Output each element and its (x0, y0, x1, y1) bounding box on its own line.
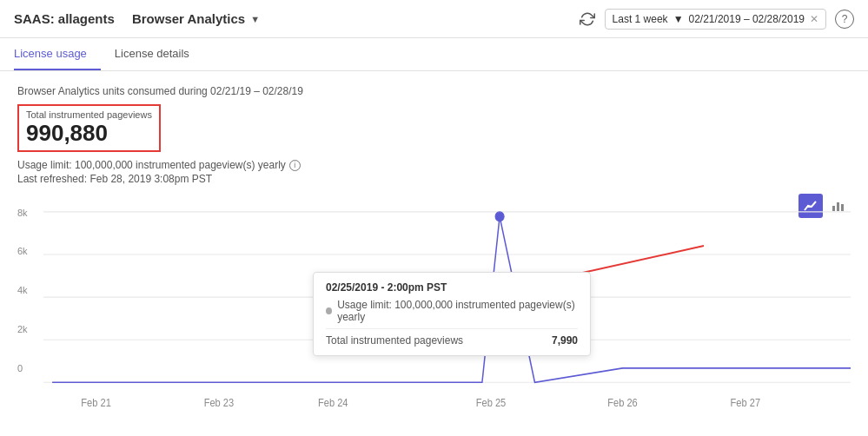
info-icon[interactable]: i (289, 160, 301, 171)
browser-analytics-title[interactable]: Browser Analytics (132, 11, 245, 26)
usage-limit-info: Usage limit: 100,000,000 instrumented pa… (17, 159, 851, 171)
chart-container: Feb 21 Feb 23 Feb 24 Feb 25 Feb 26 Feb 2… (17, 194, 851, 436)
svg-text:Feb 26: Feb 26 (607, 397, 638, 407)
header-left: SAAS: allagents Browser Analytics ▼ (14, 11, 260, 26)
svg-text:Feb 27: Feb 27 (731, 397, 761, 407)
tooltip-usage-limit-row: Usage limit: 100,000,000 instrumented pa… (326, 299, 578, 323)
svg-text:Feb 25: Feb 25 (476, 397, 507, 407)
metric-value: 990,880 (26, 120, 152, 147)
y-label-2k: 2k (17, 324, 28, 334)
y-label-4k: 4k (17, 285, 28, 295)
refresh-button[interactable] (579, 10, 596, 28)
browser-analytics-dropdown-icon[interactable]: ▼ (250, 14, 260, 24)
svg-text:Feb 24: Feb 24 (318, 397, 348, 407)
y-label-0: 0 (17, 363, 23, 373)
header-right: Last 1 week ▼ 02/21/2019 – 02/28/2019 ✕ … (579, 9, 854, 30)
period-label: Browser Analytics units consumed during … (17, 85, 851, 97)
date-range-selector[interactable]: Last 1 week ▼ 02/21/2019 – 02/28/2019 ✕ (605, 9, 826, 30)
saas-title[interactable]: SAAS: allagents (14, 11, 115, 26)
tooltip-metric-value: 7,990 (552, 334, 578, 347)
date-range-value: 02/21/2019 – 02/28/2019 (689, 13, 805, 25)
svg-point-8 (495, 212, 504, 221)
tooltip-metric-row: Total instrumented pageviews 7,990 (326, 328, 578, 347)
tab-license-usage[interactable]: License usage (14, 38, 101, 70)
main-content: Browser Analytics units consumed during … (0, 71, 868, 436)
tooltip-dot (326, 307, 332, 314)
svg-text:Feb 23: Feb 23 (204, 397, 235, 407)
date-range-dropdown-icon: ▼ (673, 13, 684, 25)
tab-license-details[interactable]: License details (115, 38, 203, 70)
svg-text:Feb 21: Feb 21 (81, 397, 111, 407)
tooltip-metric-label: Total instrumented pageviews (326, 334, 463, 347)
help-button[interactable]: ? (835, 10, 854, 29)
date-range-preset-label: Last 1 week (613, 13, 668, 25)
metric-label: Total instrumented pageviews (26, 109, 152, 120)
metric-box: Total instrumented pageviews 990,880 (17, 104, 161, 152)
last-refreshed: Last refreshed: Feb 28, 2019 3:08pm PST (17, 173, 851, 185)
tooltip-usage-limit-label: Usage limit: 100,000,000 instrumented pa… (337, 299, 578, 323)
date-range-close-icon[interactable]: ✕ (810, 13, 818, 25)
header: SAAS: allagents Browser Analytics ▼ Last… (0, 0, 868, 38)
tabs-bar: License usage License details (0, 38, 868, 71)
y-label-6k: 6k (17, 246, 28, 256)
y-label-8k: 8k (17, 208, 28, 218)
chart-tooltip: 02/25/2019 - 2:00pm PST Usage limit: 100… (313, 272, 591, 356)
tooltip-date: 02/25/2019 - 2:00pm PST (326, 281, 578, 294)
